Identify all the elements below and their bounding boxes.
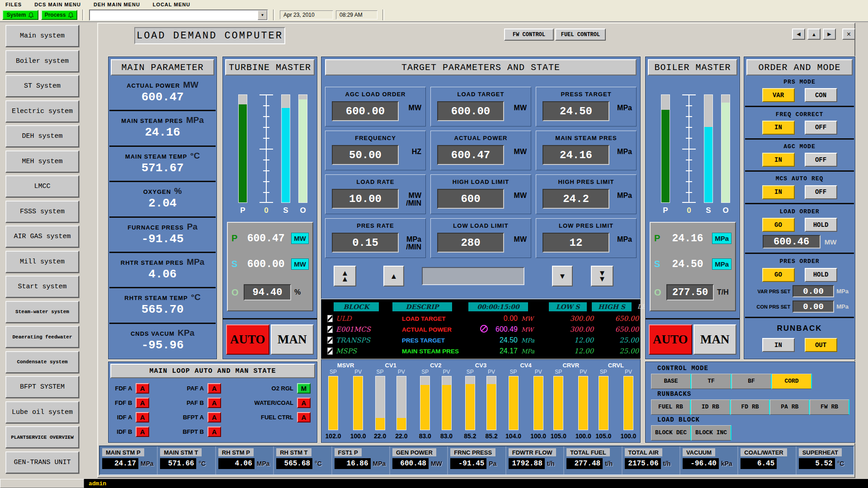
state-badge[interactable]: A bbox=[208, 398, 221, 408]
menu-item-files[interactable]: FILES bbox=[5, 2, 22, 7]
cord-button[interactable]: CORD bbox=[772, 374, 812, 389]
menu-item-local-menu[interactable]: LOCAL MENU bbox=[153, 2, 190, 7]
target-value-frequency[interactable]: 50.00 bbox=[332, 145, 399, 165]
tag-combobox[interactable]: ▼ bbox=[89, 9, 268, 21]
mcs-auto-req-in-button[interactable]: IN bbox=[762, 185, 795, 199]
window-close-button[interactable]: × bbox=[842, 28, 855, 40]
fuel-control-button[interactable]: FUEL CONTROL bbox=[555, 28, 606, 41]
sidebar-item-bfpt-system[interactable]: BFPT SYSTEM bbox=[5, 376, 79, 398]
boiler-auto-button[interactable]: AUTO bbox=[649, 324, 692, 355]
boiler-man-button[interactable]: MAN bbox=[693, 324, 737, 355]
sidebar-item-plantservice-overview[interactable]: PLANTSERVICE OVERVIEW bbox=[5, 426, 79, 448]
state-badge[interactable]: A bbox=[208, 412, 221, 422]
sidebar-item-fsss-system[interactable]: FSSS system bbox=[5, 201, 79, 223]
load-order-hold-button[interactable]: HOLD bbox=[805, 218, 837, 232]
status-label: SUPERHEAT bbox=[799, 448, 842, 456]
sidebar-item-deaerating-feedwater[interactable]: Deaerating feedwater bbox=[5, 326, 79, 348]
parameter-row-main-steam-temp: MAIN STEAM TEMP°C571.67 bbox=[109, 147, 216, 182]
state-badge[interactable]: A bbox=[297, 398, 311, 408]
sidebar-item-start-system[interactable]: Start system bbox=[5, 276, 79, 298]
block-dec-button[interactable]: BLOCK DEC bbox=[651, 425, 691, 441]
turbine-auto-button[interactable]: AUTO bbox=[226, 324, 269, 355]
sidebar-item-steam-water-system[interactable]: Steam-water system bbox=[5, 301, 79, 323]
fuel-rb-button[interactable]: FUEL RB bbox=[651, 399, 691, 415]
state-badge[interactable]: A bbox=[136, 412, 149, 422]
load-order-go-button[interactable]: GO bbox=[762, 218, 795, 232]
load-order-setpoint-input[interactable]: 600.46 bbox=[763, 235, 821, 249]
pres-order-hold-button[interactable]: HOLD bbox=[805, 268, 837, 282]
readout-value-box[interactable]: 277.50 bbox=[666, 284, 714, 300]
runback-in-button[interactable]: IN bbox=[762, 338, 795, 352]
fast-raise-button[interactable]: ▲▲ bbox=[334, 266, 356, 286]
freq-correct-in-button[interactable]: IN bbox=[762, 121, 795, 135]
lower-button[interactable]: ▼ bbox=[552, 266, 573, 286]
freq-correct-off-button[interactable]: OFF bbox=[805, 121, 837, 135]
prs-mode-con-button[interactable]: CON bbox=[805, 88, 837, 102]
nav-forward-button[interactable]: ▶ bbox=[823, 28, 836, 40]
fw-rb-button[interactable]: FW RB bbox=[810, 399, 849, 415]
state-badge[interactable]: A bbox=[208, 383, 221, 394]
order-section-agc-mode: AGC MODEINOFF bbox=[745, 140, 854, 172]
sidebar-item-gen-trans-unit[interactable]: GEN-TRANS UNIT bbox=[5, 451, 79, 474]
loop-state-fdf-a: FDF AA bbox=[115, 383, 149, 394]
sidebar-item-electric-system[interactable]: Electric system bbox=[5, 100, 79, 122]
sidebar-item-mill-system[interactable]: Mill system bbox=[5, 251, 79, 273]
var-prs-set-input[interactable]: 0.00 bbox=[793, 285, 834, 297]
combo-dropdown-icon[interactable]: ▼ bbox=[258, 10, 267, 20]
sidebar-item-boiler-system[interactable]: Boiler system bbox=[5, 50, 79, 72]
state-badge[interactable]: A bbox=[136, 427, 149, 437]
state-badge[interactable]: A bbox=[297, 412, 311, 422]
sidebar-item-lube-oil-system[interactable]: Lube oil system bbox=[5, 401, 79, 423]
target-value-low-pres-limit[interactable]: 12 bbox=[542, 233, 609, 253]
sidebar-item-air-gas-system[interactable]: AIR GAS system bbox=[5, 225, 79, 248]
system-alarm-button[interactable]: System bbox=[2, 10, 38, 20]
state-badge[interactable]: A bbox=[136, 398, 149, 408]
parameter-unit: Pa bbox=[187, 222, 198, 232]
prs-mode-var-button[interactable]: VAR bbox=[762, 88, 795, 102]
fw-control-button[interactable]: FW CONTROL bbox=[504, 28, 554, 41]
nav-up-button[interactable]: ▲ bbox=[807, 28, 821, 40]
status-unit: MPa bbox=[141, 460, 154, 467]
turbine-man-button[interactable]: MAN bbox=[271, 324, 314, 355]
agc-mode-off-button[interactable]: OFF bbox=[805, 153, 837, 167]
target-value-high-pres-limit[interactable]: 24.2 bbox=[542, 189, 609, 209]
base-button[interactable]: BASE bbox=[651, 374, 691, 389]
tf-button[interactable]: TF bbox=[691, 374, 731, 389]
target-value-actual-power[interactable]: 600.47 bbox=[437, 145, 504, 165]
menu-item-deh-main-menu[interactable]: DEH MAIN MENU bbox=[94, 2, 140, 7]
fast-lower-button[interactable]: ▼▼ bbox=[591, 266, 613, 286]
nav-back-button[interactable]: ◀ bbox=[792, 28, 805, 40]
target-value-load-rate[interactable]: 10.00 bbox=[332, 189, 399, 209]
target-value-pres-rate[interactable]: 0.15 bbox=[332, 233, 399, 253]
agc-mode-in-button[interactable]: IN bbox=[762, 153, 795, 167]
pa-rb-button[interactable]: PA RB bbox=[770, 399, 810, 415]
state-badge[interactable]: A bbox=[208, 427, 221, 437]
mcs-auto-req-off-button[interactable]: OFF bbox=[805, 185, 837, 199]
state-badge[interactable]: A bbox=[136, 383, 149, 394]
sidebar-item-st-system[interactable]: ST System bbox=[5, 75, 79, 97]
state-badge[interactable]: M bbox=[297, 383, 311, 394]
fd-rb-button[interactable]: FD RB bbox=[731, 399, 770, 415]
bf-button[interactable]: BF bbox=[731, 374, 772, 389]
raise-button[interactable]: ▲ bbox=[383, 266, 404, 286]
process-alarm-button[interactable]: Process bbox=[41, 10, 77, 20]
valve-bar-fill bbox=[554, 376, 563, 430]
target-value-load-target[interactable]: 600.00 bbox=[437, 101, 504, 121]
pres-order-go-button[interactable]: GO bbox=[762, 268, 795, 282]
target-value-low-load-limit[interactable]: 280 bbox=[437, 233, 504, 253]
id-rb-button[interactable]: ID RB bbox=[691, 399, 731, 415]
target-value-main-steam-pres[interactable]: 24.16 bbox=[542, 145, 609, 165]
sidebar-item-condensate-system[interactable]: Condensate system bbox=[5, 351, 79, 373]
target-value-press-target[interactable]: 24.50 bbox=[542, 101, 609, 121]
sidebar-item-meh-system[interactable]: MEH system bbox=[5, 150, 79, 173]
target-value-high-load-limit[interactable]: 600 bbox=[437, 189, 504, 209]
menu-item-dcs-main-menu[interactable]: DCS MAIN MENU bbox=[34, 2, 81, 7]
runback-out-button[interactable]: OUT bbox=[805, 338, 837, 352]
con-prs-set-input[interactable]: 0.00 bbox=[793, 300, 834, 313]
target-value-agc-load-order[interactable]: 600.00 bbox=[332, 101, 399, 121]
sidebar-item-deh-system[interactable]: DEH system bbox=[5, 125, 79, 147]
readout-value-box[interactable]: 94.40 bbox=[244, 284, 291, 300]
block-inc-button[interactable]: BLOCK INC bbox=[691, 425, 731, 441]
sidebar-item-lmcc[interactable]: LMCC bbox=[5, 175, 79, 197]
sidebar-item-main-system[interactable]: Main system bbox=[5, 25, 79, 47]
